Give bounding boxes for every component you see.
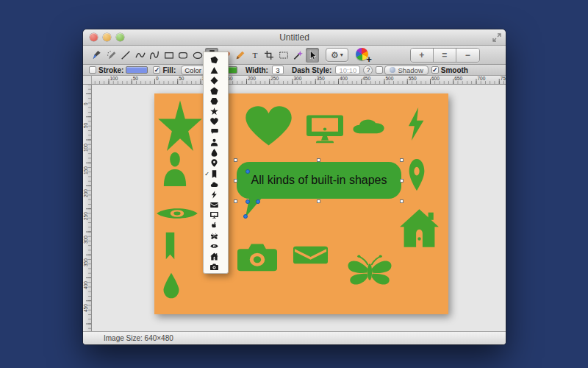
hruler-label: 300 <box>294 76 302 81</box>
palette-item-camera[interactable] <box>204 262 228 272</box>
tool-pencil-button[interactable] <box>234 48 247 63</box>
cloud-shape[interactable] <box>351 114 386 138</box>
palette-item-drop[interactable] <box>204 148 228 158</box>
width-field[interactable]: 3 <box>272 66 284 74</box>
palette-item-butterfly[interactable] <box>204 231 228 241</box>
selection-handle[interactable] <box>317 199 320 203</box>
tool-crop-button[interactable] <box>262 48 276 63</box>
palette-item-envelope[interactable] <box>204 199 228 210</box>
eye-shape[interactable] <box>156 202 198 224</box>
shadow-button-label: Shadow <box>398 66 423 74</box>
chevron-down-icon: ▾ <box>340 52 343 58</box>
zoom-in-button[interactable]: + <box>411 49 434 62</box>
bezier-control-point[interactable] <box>256 199 260 204</box>
palette-item-blob[interactable] <box>204 54 228 65</box>
title-bar[interactable]: Untitled <box>83 29 506 46</box>
palette-item-hexagon[interactable] <box>204 96 228 106</box>
gear-menu-button[interactable]: ⚙ ▾ <box>326 48 348 62</box>
hruler-label: 700 <box>478 76 486 81</box>
hruler-label: 450 <box>362 76 370 81</box>
palette-item-person[interactable] <box>204 138 228 148</box>
status-bar: Image Size: 640×480 <box>83 331 506 344</box>
palette-item-speech[interactable] <box>204 127 228 138</box>
eye-icon <box>210 242 218 250</box>
hruler-label: 500 <box>386 76 394 81</box>
palette-item-cloud[interactable] <box>204 179 228 189</box>
gear-icon: ⚙ <box>331 50 339 60</box>
butterfly-icon <box>210 232 218 240</box>
palette-item-house[interactable] <box>204 252 228 262</box>
heart-shape[interactable] <box>245 105 293 151</box>
house-shape[interactable] <box>399 208 440 249</box>
workspace[interactable]: All kinds of built-in shapes <box>92 85 506 331</box>
help-button[interactable]: ? <box>363 66 373 75</box>
palette-item-star[interactable] <box>204 106 228 116</box>
selection-handle[interactable] <box>234 199 237 203</box>
fill-checkbox[interactable]: ✓ <box>153 66 160 74</box>
tool-bezier-button[interactable] <box>148 48 161 63</box>
house-icon <box>210 252 218 261</box>
selection-handle[interactable] <box>234 158 237 162</box>
palette-item-pin[interactable] <box>204 158 228 169</box>
tool-ellipse-button[interactable] <box>191 48 204 63</box>
zoom-out-button[interactable]: − <box>456 49 479 62</box>
selection-handle[interactable] <box>400 179 404 183</box>
tool-marquee-button[interactable] <box>277 48 290 63</box>
tool-rounded-rect-button[interactable] <box>176 48 190 63</box>
tool-curve-button[interactable] <box>134 48 147 63</box>
fullscreen-icon[interactable] <box>492 33 501 42</box>
monitor-shape[interactable] <box>306 112 343 146</box>
actual-size-button[interactable]: = <box>434 49 456 62</box>
stroke-color-swatch[interactable] <box>126 66 148 74</box>
butterfly-shape[interactable] <box>344 248 395 289</box>
bezier-control-point[interactable] <box>243 214 248 219</box>
palette-item-diamond[interactable] <box>204 75 228 85</box>
stroke-checkbox[interactable] <box>89 66 96 74</box>
hruler-label: 350 <box>317 76 325 81</box>
palette-item-bolt[interactable] <box>204 189 228 199</box>
bolt-shape[interactable] <box>404 107 429 141</box>
selection-handle[interactable] <box>400 158 404 162</box>
tool-cursor-button[interactable] <box>306 48 319 63</box>
drawing-canvas[interactable]: All kinds of built-in shapes <box>154 93 448 314</box>
selection-handle[interactable] <box>400 199 404 203</box>
envelope-icon <box>210 201 218 209</box>
shadow-button[interactable]: Shadow <box>384 66 428 75</box>
tool-line-button[interactable] <box>119 48 132 63</box>
dash-style-field[interactable]: 10:10 <box>335 66 360 74</box>
pin-shape[interactable] <box>406 158 427 191</box>
speech-bubble-shape[interactable]: All kinds of built-in shapes <box>237 162 401 199</box>
tool-rect-button[interactable] <box>162 48 176 63</box>
person-shape[interactable] <box>162 149 188 188</box>
camera-shape[interactable] <box>237 239 277 274</box>
smooth-checkbox[interactable]: ✓ <box>431 66 439 74</box>
palette-item-pentagon[interactable] <box>204 85 228 96</box>
tool-wand-button[interactable] <box>291 48 304 63</box>
palette-item-bookmark[interactable]: ✓ <box>204 169 228 179</box>
palette-item-eye[interactable] <box>204 241 228 252</box>
colors-button[interactable]: + <box>356 48 372 63</box>
drop-shape[interactable] <box>160 272 182 299</box>
vruler-label: 0 <box>83 102 88 105</box>
shadow-checkbox[interactable] <box>376 66 383 74</box>
envelope-shape[interactable] <box>293 241 329 269</box>
app-window: Untitled T ⚙ ▾ + +=− Stroke: ✓ Fi <box>83 29 506 344</box>
hruler-label: 250 <box>270 76 279 81</box>
palette-item-heart[interactable] <box>204 117 228 127</box>
bookmark-shape[interactable] <box>162 232 179 260</box>
tool-pen-button[interactable] <box>90 48 104 63</box>
selection-handle[interactable] <box>234 179 237 183</box>
bezier-control-point[interactable] <box>245 169 250 174</box>
star-shape[interactable] <box>157 99 203 155</box>
hruler-label: 50 <box>179 76 184 81</box>
tool-text-button[interactable]: T <box>248 48 262 63</box>
palette-item-monitor[interactable] <box>204 210 228 220</box>
vruler-label: 100 <box>83 144 88 152</box>
palette-item-triangle[interactable] <box>204 65 228 75</box>
tool-spray-button[interactable] <box>105 48 118 63</box>
bezier-control-point[interactable] <box>245 199 250 204</box>
palette-item-apple[interactable] <box>204 221 228 231</box>
selection-handle[interactable] <box>317 158 320 162</box>
ruler-corner <box>83 76 92 85</box>
hruler-label: 400 <box>340 76 348 81</box>
